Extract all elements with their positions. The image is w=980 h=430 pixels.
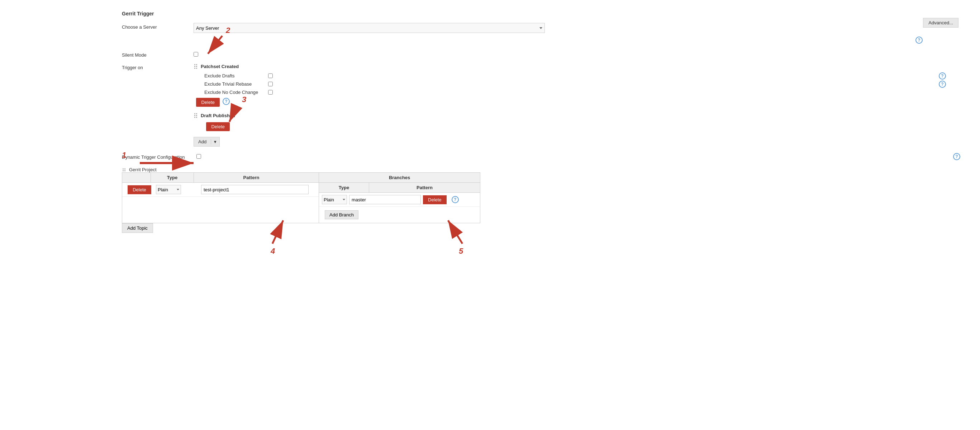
silent-mode-label: Silent Mode — [122, 51, 194, 58]
table-right: Branches Type Pattern Plain Path RegExp … — [319, 173, 480, 223]
patchset-help-icon[interactable]: ? — [223, 98, 230, 105]
add-topic-area: Add Topic — [122, 223, 966, 233]
branch-type-header: Type — [319, 183, 369, 192]
add-btn-wrapper: Add ▾ — [194, 137, 273, 146]
silent-mode-row: Silent Mode — [122, 51, 966, 58]
draft-delete-button[interactable]: Delete — [206, 122, 230, 131]
branch-row-help[interactable]: ? — [452, 196, 459, 203]
exclude-no-code-change-row: Exclude No Code Change — [204, 90, 273, 95]
branches-outer-header: Branches — [319, 173, 480, 183]
choose-server-label: Choose a Server — [122, 23, 194, 30]
row-pattern-input[interactable] — [201, 185, 309, 194]
annotation-5: 5 — [459, 246, 463, 256]
branch-delete-button[interactable]: Delete — [423, 195, 447, 204]
add-branch-area: Add Branch — [319, 207, 480, 223]
add-btn-text: Add — [194, 139, 211, 144]
table-data-row: Delete Plain Path RegExp ANT — [122, 183, 319, 197]
main-content: Gerrit Trigger Choose a Server Any Serve… — [0, 0, 980, 247]
gerrit-trigger-title: Gerrit Trigger — [122, 11, 966, 16]
branch-pattern-input[interactable] — [349, 195, 421, 204]
pattern-cell — [201, 185, 316, 194]
patchset-drag-handle[interactable] — [194, 63, 198, 70]
draft-published-group: Draft Published Delete — [194, 113, 273, 131]
patchset-delete-area: Delete ? — [194, 98, 230, 107]
add-branch-button[interactable]: Add Branch — [325, 210, 358, 219]
row-type-select[interactable]: Plain Path RegExp ANT — [156, 185, 181, 194]
dynamic-trigger-label: Dynamic Trigger Configuration — [122, 153, 194, 160]
gerrit-project-title: Gerrit Project — [129, 167, 157, 172]
draft-published-header: Draft Published — [194, 113, 273, 119]
exclude-no-code-label: Exclude No Code Change — [204, 90, 265, 95]
trigger-on-section: Patchset Created Exclude Drafts ? Exclud… — [194, 63, 273, 146]
gerrit-project-header: Gerrit Project — [122, 167, 966, 172]
patchset-created-header: Patchset Created — [194, 63, 273, 70]
dynamic-trigger-help[interactable]: ? — [953, 153, 960, 160]
delete-cell: Delete — [125, 185, 154, 194]
exclude-drafts-row: Exclude Drafts ? — [204, 73, 273, 78]
header-pattern: Pattern — [194, 173, 309, 182]
server-select-area: Any Server — [194, 23, 966, 33]
dynamic-trigger-checkbox[interactable] — [196, 154, 201, 159]
project-table: Type Pattern Delete Plain Path RegExp — [122, 172, 480, 223]
silent-mode-control — [194, 52, 198, 57]
exclude-trivial-label: Exclude Trivial Rebase — [204, 81, 265, 87]
patchset-created-title: Patchset Created — [201, 64, 239, 69]
branch-headers-row: Type Pattern — [319, 183, 480, 193]
advanced-button[interactable]: Advanced... — [923, 18, 958, 28]
advanced-btn-row: Advanced... ? — [122, 36, 923, 44]
draft-delete-area: Delete — [194, 122, 230, 131]
exclude-trivial-help[interactable]: ? — [939, 81, 946, 88]
exclude-trivial-checkbox[interactable] — [268, 82, 273, 86]
advanced-help-icon[interactable]: ? — [915, 36, 923, 44]
branch-data-row: Plain Path RegExp ANT Delete ? — [319, 193, 480, 207]
patchset-created-group: Patchset Created Exclude Drafts ? Exclud… — [194, 63, 273, 107]
type-cell: Plain Path RegExp ANT — [156, 185, 199, 194]
table-left: Type Pattern Delete Plain Path RegExp — [122, 173, 319, 223]
server-select[interactable]: Any Server — [194, 23, 545, 33]
choose-server-row: Choose a Server Any Server — [122, 23, 966, 33]
trigger-on-row: Trigger on Patchset Created Exclud — [122, 63, 966, 146]
annotation-4: 4 — [270, 246, 275, 256]
gerrit-project-section: Gerrit Project Type Pattern Delete — [122, 167, 966, 233]
table-headers-row: Type Pattern — [122, 173, 319, 183]
exclude-drafts-checkbox[interactable] — [268, 73, 273, 78]
add-topic-button[interactable]: Add Topic — [122, 223, 153, 233]
dynamic-trigger-row: Dynamic Trigger Configuration ? — [122, 153, 966, 160]
add-button[interactable]: Add ▾ — [194, 137, 220, 146]
patchset-delete-button[interactable]: Delete — [196, 98, 220, 107]
gerrit-project-drag-handle[interactable] — [122, 168, 126, 172]
silent-mode-checkbox[interactable] — [194, 52, 198, 57]
page-container: 1 2 3 4 5 Gerrit Trigger Choose a Server… — [0, 0, 980, 430]
add-btn-chevron: ▾ — [211, 139, 220, 144]
exclude-drafts-label: Exclude Drafts — [204, 73, 265, 78]
row-delete-button[interactable]: Delete — [127, 185, 151, 194]
draft-published-title: Draft Published — [201, 113, 235, 118]
trigger-on-label: Trigger on — [122, 63, 194, 70]
branch-pattern-header: Pattern — [369, 183, 480, 192]
exclude-no-code-checkbox[interactable] — [268, 90, 273, 95]
draft-drag-handle[interactable] — [194, 113, 198, 119]
branch-type-select[interactable]: Plain Path RegExp ANT — [322, 195, 347, 204]
header-delete — [122, 173, 151, 182]
exclude-trivial-rebase-row: Exclude Trivial Rebase ? — [204, 81, 273, 87]
exclude-drafts-help[interactable]: ? — [939, 72, 946, 79]
header-type: Type — [151, 173, 194, 182]
